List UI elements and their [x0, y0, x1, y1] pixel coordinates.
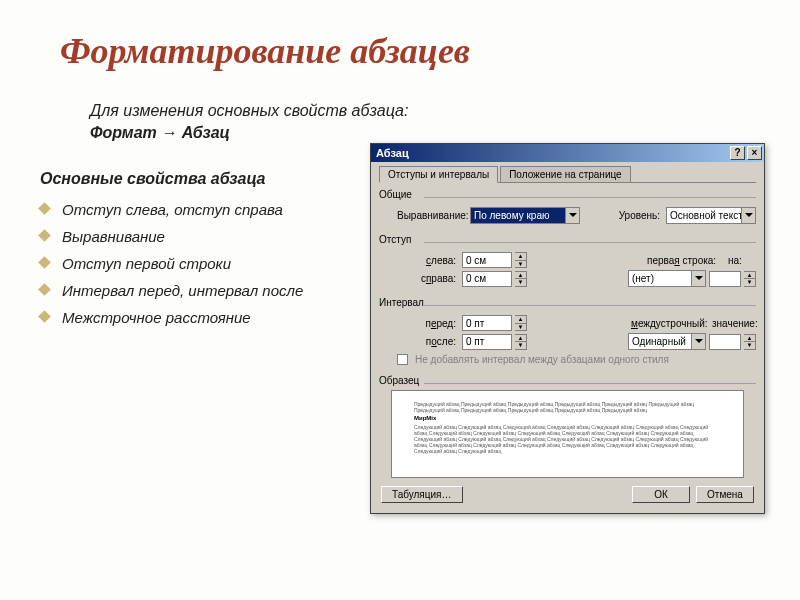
- chevron-down-icon: [565, 208, 579, 223]
- at-input[interactable]: [709, 334, 741, 350]
- space-before-input[interactable]: 0 пт: [462, 315, 512, 331]
- preview-text-prev: Предыдущий абзац Предыдущий абзац Предыд…: [414, 401, 721, 413]
- chevron-down-icon: [741, 208, 755, 223]
- close-button[interactable]: ×: [747, 146, 762, 160]
- indent-left-input[interactable]: 0 см: [462, 252, 512, 268]
- group-general: Общие Выравнивание: По левому краю Урове…: [379, 189, 756, 228]
- group-spacing: Интервал перед: 0 пт ▲▼ междустрочный: з…: [379, 297, 756, 369]
- alignment-label: Выравнивание:: [397, 210, 467, 221]
- same-style-checkbox[interactable]: [397, 354, 408, 365]
- group-indent: Отступ слева: 0 см ▲▼ первая строка: на:…: [379, 234, 756, 291]
- level-select[interactable]: Основной текст: [666, 207, 756, 224]
- slide-title: Форматирование абзацев: [60, 30, 470, 72]
- group-label: Общие: [379, 189, 756, 200]
- tabs-button[interactable]: Табуляция…: [381, 486, 463, 503]
- first-line-label: первая строка:: [647, 255, 725, 266]
- cancel-button[interactable]: Отмена: [696, 486, 754, 503]
- alignment-select[interactable]: По левому краю: [470, 207, 580, 224]
- spinner[interactable]: ▲▼: [744, 334, 756, 350]
- group-label: Образец: [379, 375, 756, 386]
- list-item: Отступ слева, отступ справа: [40, 196, 360, 223]
- spinner[interactable]: ▲▼: [515, 315, 527, 331]
- by-input[interactable]: [709, 271, 741, 287]
- first-line-select[interactable]: (нет): [628, 270, 706, 287]
- list-item: Отступ первой строки: [40, 250, 360, 277]
- spinner[interactable]: ▲▼: [515, 271, 527, 287]
- spinner[interactable]: ▲▼: [515, 334, 527, 350]
- spinner[interactable]: ▲▼: [744, 271, 756, 287]
- space-after-input[interactable]: 0 пт: [462, 334, 512, 350]
- space-before-label: перед:: [397, 318, 459, 329]
- line-spacing-label: междустрочный:: [631, 318, 709, 329]
- same-style-label: Не добавлять интервал между абзацами одн…: [415, 354, 669, 365]
- dialog-footer: Табуляция… ОК Отмена: [379, 480, 756, 505]
- preview-box: Предыдущий абзац Предыдущий абзац Предыд…: [391, 390, 744, 478]
- paragraph-dialog: Абзац ? × Отступы и интервалы Положение …: [370, 143, 765, 514]
- preview-text-current: МирМix: [414, 415, 721, 422]
- intro-path: Формат → Абзац: [90, 124, 230, 141]
- bullet-list: Отступ слева, отступ справа Выравнивание…: [40, 196, 360, 331]
- line-spacing-select[interactable]: Одинарный: [628, 333, 706, 350]
- space-after-label: после:: [397, 336, 459, 347]
- by-label: на:: [728, 255, 756, 266]
- indent-right-label: справа:: [397, 273, 459, 284]
- tab-indents-spacing[interactable]: Отступы и интервалы: [379, 166, 498, 183]
- dialog-titlebar[interactable]: Абзац ? ×: [371, 144, 764, 162]
- tab-strip: Отступы и интервалы Положение на страниц…: [379, 166, 756, 183]
- slide-subhead: Основные свойства абзаца: [40, 170, 265, 188]
- intro-text: Для изменения основных свойств абзаца:: [90, 102, 408, 119]
- indent-right-input[interactable]: 0 см: [462, 271, 512, 287]
- list-item: Интервал перед, интервал после: [40, 277, 360, 304]
- slide-intro: Для изменения основных свойств абзаца: Ф…: [90, 100, 408, 143]
- tab-page-position[interactable]: Положение на странице: [500, 166, 630, 182]
- spinner[interactable]: ▲▼: [515, 252, 527, 268]
- preview-text-next: Следующий абзац Следующий абзац Следующи…: [414, 424, 721, 454]
- indent-left-label: слева:: [397, 255, 459, 266]
- chevron-down-icon: [691, 334, 705, 349]
- ok-button[interactable]: ОК: [632, 486, 690, 503]
- group-label: Интервал: [379, 297, 756, 308]
- list-item: Межстрочное расстояние: [40, 304, 360, 331]
- help-button[interactable]: ?: [730, 146, 745, 160]
- dialog-title: Абзац: [376, 147, 409, 159]
- at-label: значение:: [712, 318, 756, 329]
- chevron-down-icon: [691, 271, 705, 286]
- list-item: Выравнивание: [40, 223, 360, 250]
- level-label: Уровень:: [619, 210, 663, 221]
- group-preview: Образец Предыдущий абзац Предыдущий абза…: [379, 375, 756, 478]
- group-label: Отступ: [379, 234, 756, 245]
